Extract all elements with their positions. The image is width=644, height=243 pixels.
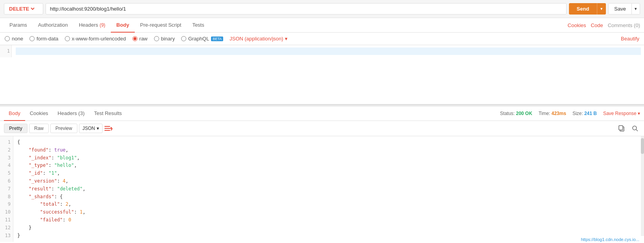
json-format-selector[interactable]: JSON (application/json) ▾ <box>229 36 288 42</box>
response-tab-headers[interactable]: Headers (3) <box>53 106 90 121</box>
tab-params[interactable]: Params <box>4 18 33 33</box>
body-none-radio[interactable] <box>5 36 10 41</box>
svg-rect-0 <box>105 126 110 127</box>
tab-tests[interactable]: Tests <box>187 18 209 33</box>
response-view-bar: Pretty Raw Preview JSON ▾ <box>0 121 644 136</box>
tab-prerequest[interactable]: Pre-request Script <box>135 18 187 33</box>
wrap-icon[interactable] <box>104 124 113 133</box>
url-input[interactable] <box>46 3 567 15</box>
save-button-group: Save ▾ <box>608 3 640 15</box>
comments-link[interactable]: Comments (0) <box>608 22 640 28</box>
json-format-label: JSON (application/json) <box>229 36 283 42</box>
send-dropdown-button[interactable]: ▾ <box>597 3 606 15</box>
save-button[interactable]: Save <box>609 4 631 14</box>
response-format-dropdown-icon[interactable]: ▾ <box>97 126 99 131</box>
code-link[interactable]: Code <box>591 22 603 28</box>
top-toolbar: DELETE GET POST PUT PATCH Send ▾ Save ▾ <box>0 0 644 18</box>
search-button[interactable] <box>630 123 640 133</box>
body-graphql-option[interactable]: GraphQL BETA <box>181 36 223 42</box>
body-binary-radio[interactable] <box>154 36 159 41</box>
preview-button[interactable]: Preview <box>50 124 77 133</box>
svg-point-5 <box>633 126 637 130</box>
svg-rect-4 <box>619 126 623 130</box>
body-formdata-radio[interactable] <box>29 36 35 41</box>
method-dropdown[interactable]: DELETE GET POST PUT PATCH <box>7 5 36 12</box>
response-meta: Status: 200 OK Time: 423ms Size: 241 B S… <box>500 111 640 116</box>
response-tab-cookies[interactable]: Cookies <box>25 106 53 121</box>
svg-rect-2 <box>105 130 110 131</box>
raw-button[interactable]: Raw <box>29 124 49 133</box>
response-line-numbers: 12345678910111213 <box>0 136 13 242</box>
save-dropdown-button[interactable]: ▾ <box>631 4 640 14</box>
response-tab-test-results[interactable]: Test Results <box>89 106 127 121</box>
format-dropdown-icon[interactable]: ▾ <box>285 36 288 42</box>
response-body: 12345678910111213 { "found": true, "_ind… <box>0 136 644 242</box>
body-urlencoded-radio[interactable] <box>65 36 70 41</box>
response-header: Body Cookies Headers (3) Test Results St… <box>0 106 644 121</box>
body-type-bar: none form-data x-www-form-urlencoded raw… <box>0 33 644 45</box>
body-urlencoded-option[interactable]: x-www-form-urlencoded <box>65 36 126 42</box>
pretty-button[interactable]: Pretty <box>4 124 28 133</box>
body-raw-option[interactable]: raw <box>132 36 148 42</box>
request-editor-content[interactable] <box>13 45 644 104</box>
response-scrollbar[interactable] <box>641 136 644 242</box>
body-raw-radio[interactable] <box>132 36 138 41</box>
body-formdata-option[interactable]: form-data <box>29 36 59 42</box>
beta-badge: BETA <box>211 37 223 41</box>
time-value: 423ms <box>552 111 566 116</box>
status-value: 200 OK <box>516 111 532 116</box>
footer-url: https://blog1.cdn.node.cys.io... <box>581 237 639 242</box>
request-line-numbers: 1 <box>0 45 12 57</box>
body-binary-option[interactable]: binary <box>154 36 175 42</box>
response-code: { "found": true, "_index": "blog1", "_ty… <box>13 136 644 242</box>
body-none-option[interactable]: none <box>5 36 23 42</box>
send-button[interactable]: Send <box>569 3 597 15</box>
cookies-link[interactable]: Cookies <box>568 22 586 28</box>
save-response-button[interactable]: Save Response ▾ <box>603 111 640 116</box>
status-label: Status: 200 OK <box>500 111 532 116</box>
footer-url-bar: https://blog1.cdn.node.cys.io... <box>576 236 644 242</box>
response-body-inner: 12345678910111213 { "found": true, "_ind… <box>0 136 644 242</box>
copy-button[interactable] <box>616 123 627 133</box>
send-button-group: Send ▾ <box>569 3 606 15</box>
tab-headers[interactable]: Headers (9) <box>73 18 111 33</box>
headers-badge: (9) <box>99 22 105 28</box>
size-label: Size: 241 B <box>572 111 597 116</box>
method-selector[interactable]: DELETE GET POST PUT PATCH <box>4 3 43 15</box>
size-value: 241 B <box>584 111 597 116</box>
tab-authorization[interactable]: Authorization <box>33 18 73 33</box>
response-scrollbar-thumb[interactable] <box>641 138 644 154</box>
request-body-editor: 1 <box>0 45 644 105</box>
response-format-selector[interactable]: JSON ▾ <box>79 124 103 133</box>
response-format-label: JSON <box>83 126 95 131</box>
svg-line-6 <box>636 130 638 131</box>
time-label: Time: 423ms <box>539 111 566 116</box>
request-tabs-right: Cookies Code Comments (0) <box>568 22 640 28</box>
request-tabs: Params Authorization Headers (9) Body Pr… <box>0 18 644 33</box>
tab-body[interactable]: Body <box>111 18 135 33</box>
body-graphql-radio[interactable] <box>181 36 186 41</box>
response-view-right <box>616 123 640 133</box>
beautify-button[interactable]: Beautify <box>621 36 639 42</box>
response-tab-body[interactable]: Body <box>4 106 25 121</box>
